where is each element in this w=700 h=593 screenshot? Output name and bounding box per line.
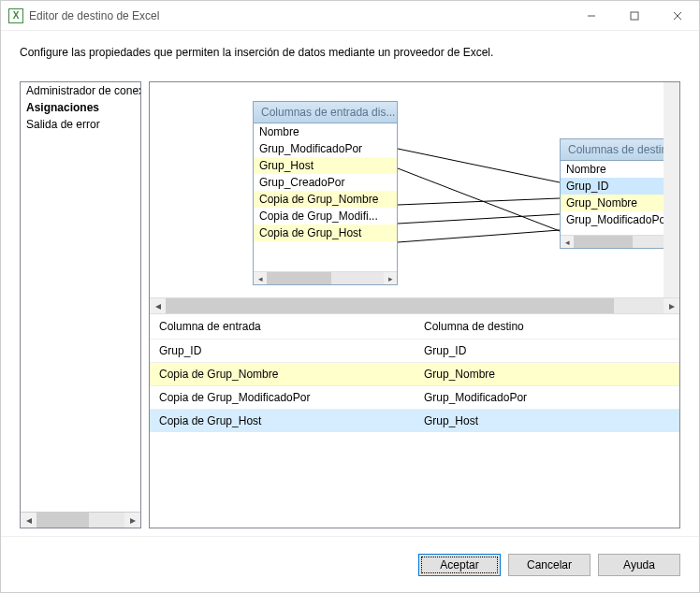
scroll-left-icon[interactable]: ◂ [21, 513, 36, 528]
grid-row[interactable]: Copia de Grup_ModificadoPorGrup_Modifica… [150, 385, 679, 409]
source-column-item[interactable]: Grup_Host [254, 157, 397, 174]
grid-cell-input[interactable]: Copia de Grup_Host [150, 410, 415, 432]
grid-row[interactable]: Grup_IDGrup_ID [150, 339, 679, 362]
scroll-right-icon[interactable]: ▸ [384, 272, 397, 284]
svg-line-6 [398, 198, 560, 205]
scroll-thumb[interactable] [574, 236, 633, 248]
grid-cell-input[interactable]: Copia de Grup_Nombre [150, 363, 415, 385]
destination-column-item[interactable]: Grup_Nombre [561, 195, 679, 211]
grid-cell-output[interactable]: Grup_ID [415, 340, 679, 362]
svg-line-8 [398, 230, 560, 242]
scroll-right-icon[interactable]: ▸ [664, 298, 679, 313]
cancel-button[interactable]: Cancelar [508, 554, 591, 576]
titlebar[interactable]: X Editor de destino de Excel [1, 1, 699, 31]
main-panel: Columnas de entrada dis... NombreGrup_Mo… [149, 81, 680, 528]
app-icon: X [8, 8, 23, 23]
grid-row[interactable]: Copia de Grup_NombreGrup_Nombre [150, 362, 679, 385]
destination-column-item[interactable]: Grup_ModificadoPor [561, 211, 679, 228]
grid-header-input[interactable]: Columna de entrada [150, 314, 415, 339]
destination-column-item[interactable]: Nombre [561, 161, 679, 178]
scroll-right-icon[interactable]: ▸ [124, 513, 140, 528]
mapping-grid[interactable]: Columna de entrada Columna de destino Gr… [150, 313, 679, 528]
grid-header: Columna de entrada Columna de destino [150, 314, 679, 339]
source-column-item[interactable]: Grup_CreadoPor [254, 174, 397, 191]
scroll-left-icon[interactable]: ◂ [561, 236, 574, 248]
scroll-left-icon[interactable]: ◂ [150, 298, 166, 313]
grid-row[interactable]: Copia de Grup_HostGrup_Host [150, 409, 679, 432]
sidebar-item[interactable]: Salida de error [21, 116, 140, 133]
destination-box-title: Columnas de destino d... [560, 138, 679, 161]
ok-button[interactable]: Aceptar [418, 554, 501, 576]
source-column-item[interactable]: Nombre [254, 123, 397, 140]
scroll-left-icon[interactable]: ◂ [254, 272, 267, 284]
close-button[interactable] [656, 2, 699, 30]
grid-cell-output[interactable]: Grup_Host [415, 410, 679, 432]
grid-cell-output[interactable]: Grup_ModificadoPor [415, 386, 679, 409]
mapping-canvas[interactable]: Columnas de entrada dis... NombreGrup_Mo… [150, 82, 679, 297]
help-button[interactable]: Ayuda [598, 554, 680, 576]
grid-header-output[interactable]: Columna de destino [415, 314, 679, 339]
dialog-footer: Aceptar Cancelar Ayuda [1, 536, 699, 592]
sidebar-item[interactable]: Administrador de conexiones [21, 82, 140, 99]
source-box-scrollbar[interactable]: ◂ ▸ [254, 271, 397, 284]
destination-column-item[interactable]: Grup_ID [561, 178, 679, 195]
sidebar: Administrador de conexionesAsignacionesS… [20, 81, 141, 528]
window-title: Editor de destino de Excel [29, 9, 570, 22]
sidebar-item[interactable]: Asignaciones [21, 99, 140, 116]
svg-line-7 [398, 214, 560, 224]
source-column-item[interactable]: Copia de Grup_Nombre [254, 191, 397, 208]
destination-box-hscroll[interactable]: ◂ ▸ [561, 235, 679, 248]
minimize-button[interactable] [570, 2, 613, 30]
svg-line-4 [398, 149, 560, 182]
svg-rect-1 [631, 12, 638, 20]
maximize-button[interactable] [613, 2, 656, 30]
source-box-title: Columnas de entrada dis... [253, 101, 398, 123]
svg-line-5 [398, 168, 560, 231]
source-columns-box[interactable]: Columnas de entrada dis... NombreGrup_Mo… [253, 101, 398, 285]
scroll-thumb[interactable] [36, 513, 89, 528]
scroll-thumb[interactable] [267, 272, 331, 284]
grid-cell-output[interactable]: Grup_Nombre [415, 363, 679, 385]
window-root: X Editor de destino de Excel Configure l… [0, 0, 700, 593]
header-description: Configure las propiedades que permiten l… [1, 31, 699, 81]
source-column-item[interactable]: Copia de Grup_Host [254, 224, 397, 241]
grid-cell-input[interactable]: Copia de Grup_ModificadoPor [150, 386, 415, 409]
scroll-thumb[interactable] [166, 298, 614, 313]
source-column-item[interactable]: Copia de Grup_Modifi... [254, 208, 397, 224]
mapping-hscroll[interactable]: ◂ ▸ [150, 297, 679, 313]
mapping-vscroll[interactable] [664, 82, 679, 297]
sidebar-scrollbar[interactable]: ◂ ▸ [21, 512, 140, 528]
grid-cell-input[interactable]: Grup_ID [150, 340, 415, 362]
source-column-item[interactable]: Grup_ModificadoPor [254, 140, 397, 157]
destination-columns-box[interactable]: Columnas de destino d... NombreGrup_IDGr… [560, 138, 679, 249]
